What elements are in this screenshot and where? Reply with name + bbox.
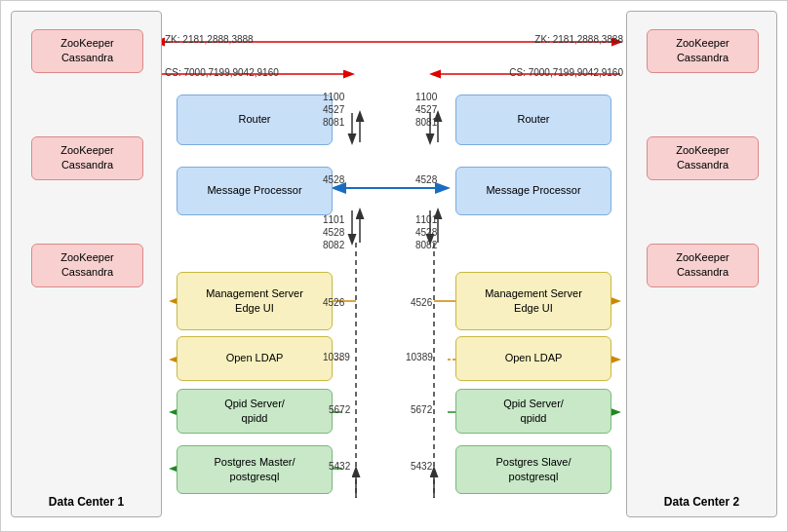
left-mp-label: Message Processor xyxy=(207,183,301,198)
left-mgmt-label: Management ServerEdge UI xyxy=(206,286,303,317)
zk2-box3: ZooKeeperCassandra xyxy=(647,244,759,287)
left-pg-label: Postgres Master/postgresql xyxy=(214,455,295,485)
mgmt-port-right: 4526 xyxy=(411,297,432,308)
router-ports-left: 110045278081 xyxy=(323,91,344,129)
right-router-label: Router xyxy=(517,112,549,127)
zk2-box2: ZooKeeperCassandra xyxy=(647,136,759,180)
left-ldap-label: Open LDAP xyxy=(226,351,284,365)
right-mgmt-label: Management ServerEdge UI xyxy=(485,286,582,317)
zk1-box1: ZooKeeperCassandra xyxy=(31,29,143,73)
left-qpid-box: Qpid Server/qpidd xyxy=(177,389,333,434)
right-mp-box: Message Processor xyxy=(455,167,611,215)
right-router-box: Router xyxy=(455,95,611,145)
mp-ports-bottom-left: 110145288082 xyxy=(323,213,344,251)
pg-port-left: 5432 xyxy=(329,461,350,472)
dc2-box: ZooKeeperCassandra ZooKeeperCassandra Zo… xyxy=(626,11,777,517)
right-qpid-label: Qpid Server/qpidd xyxy=(503,397,564,427)
zk1-box3: ZooKeeperCassandra xyxy=(31,244,143,287)
qpid-port-left: 5672 xyxy=(329,404,350,415)
left-router-box: Router xyxy=(177,95,333,145)
right-ldap-box: Open LDAP xyxy=(455,336,611,381)
cs-port-left: CS: 7000,7199,9042,9160 xyxy=(165,67,279,78)
mp-port-left: 4528 xyxy=(323,174,344,185)
right-mgmt-box: Management ServerEdge UI xyxy=(455,272,611,330)
ldap-port-left: 10389 xyxy=(323,352,350,362)
pg-port-right: 5432 xyxy=(411,461,432,472)
dc1-box: ZooKeeperCassandra ZooKeeperCassandra Zo… xyxy=(11,11,162,517)
right-pg-label: Postgres Slave/postgresql xyxy=(495,455,571,485)
dc2-label: Data Center 2 xyxy=(664,495,739,509)
router-ports-right: 110045278081 xyxy=(415,91,437,129)
dc1-label: Data Center 1 xyxy=(49,495,124,509)
main-diagram: ZooKeeperCassandra ZooKeeperCassandra Zo… xyxy=(0,0,788,532)
left-mp-box: Message Processor xyxy=(177,167,333,215)
left-ldap-box: Open LDAP xyxy=(177,336,333,381)
right-ldap-label: Open LDAP xyxy=(505,351,563,365)
left-router-label: Router xyxy=(238,112,270,127)
mp-port-right: 4528 xyxy=(415,174,437,185)
ldap-port-right: 10389 xyxy=(406,352,433,362)
cs-port-right: CS: 7000,7199,9042,9160 xyxy=(509,67,623,78)
qpid-port-right: 5672 xyxy=(411,404,432,415)
zk-port-label-right: ZK: 2181,2888,3888 xyxy=(534,34,623,45)
right-pg-box: Postgres Slave/postgresql xyxy=(455,445,611,494)
right-mp-label: Message Processor xyxy=(486,183,580,198)
mgmt-port-left: 4526 xyxy=(323,297,344,308)
zk2-box1: ZooKeeperCassandra xyxy=(647,29,759,73)
right-qpid-box: Qpid Server/qpidd xyxy=(455,389,611,434)
left-qpid-label: Qpid Server/qpidd xyxy=(224,397,285,427)
left-mgmt-box: Management ServerEdge UI xyxy=(177,272,333,330)
zk1-box2: ZooKeeperCassandra xyxy=(31,136,143,180)
zk-port-label-left: ZK: 2181,2888,3888 xyxy=(165,34,254,45)
mp-ports-bottom-right: 110145288082 xyxy=(415,213,437,251)
left-pg-box: Postgres Master/postgresql xyxy=(177,445,333,494)
